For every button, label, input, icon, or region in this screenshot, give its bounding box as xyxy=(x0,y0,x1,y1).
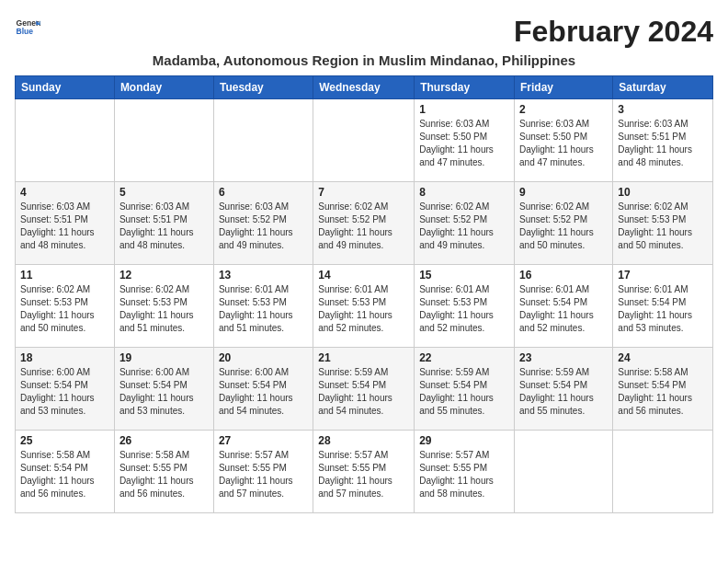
calendar-cell: 11Sunrise: 6:02 AM Sunset: 5:53 PM Dayli… xyxy=(16,265,115,348)
calendar-cell xyxy=(613,431,713,513)
day-number: 4 xyxy=(20,186,109,199)
day-number: 25 xyxy=(20,434,109,447)
calendar-cell xyxy=(313,99,415,182)
day-info: Sunrise: 6:00 AM Sunset: 5:54 PM Dayligh… xyxy=(119,366,209,418)
calendar-cell: 7Sunrise: 6:02 AM Sunset: 5:52 PM Daylig… xyxy=(313,182,415,265)
day-number: 6 xyxy=(219,186,308,199)
calendar-cell: 14Sunrise: 6:01 AM Sunset: 5:53 PM Dayli… xyxy=(313,265,415,348)
calendar-cell: 17Sunrise: 6:01 AM Sunset: 5:54 PM Dayli… xyxy=(613,265,713,348)
calendar-cell: 5Sunrise: 6:03 AM Sunset: 5:51 PM Daylig… xyxy=(114,182,213,265)
day-info: Sunrise: 6:03 AM Sunset: 5:50 PM Dayligh… xyxy=(519,118,608,169)
calendar-cell: 23Sunrise: 5:59 AM Sunset: 5:54 PM Dayli… xyxy=(515,348,613,431)
day-info: Sunrise: 6:00 AM Sunset: 5:54 PM Dayligh… xyxy=(219,366,308,418)
calendar-cell: 4Sunrise: 6:03 AM Sunset: 5:51 PM Daylig… xyxy=(16,182,115,265)
day-number: 11 xyxy=(20,269,109,282)
day-number: 8 xyxy=(419,186,509,199)
weekday-header-wednesday: Wednesday xyxy=(313,76,415,99)
day-info: Sunrise: 5:58 AM Sunset: 5:55 PM Dayligh… xyxy=(119,449,209,500)
calendar-cell xyxy=(213,99,313,182)
day-number: 12 xyxy=(119,269,209,282)
day-number: 27 xyxy=(219,434,308,447)
day-info: Sunrise: 5:57 AM Sunset: 5:55 PM Dayligh… xyxy=(219,449,308,500)
day-info: Sunrise: 6:03 AM Sunset: 5:50 PM Dayligh… xyxy=(419,118,509,169)
calendar-cell: 21Sunrise: 5:59 AM Sunset: 5:54 PM Dayli… xyxy=(313,348,415,431)
day-number: 24 xyxy=(618,351,708,364)
day-number: 26 xyxy=(119,434,209,447)
day-number: 28 xyxy=(318,434,409,447)
calendar-cell xyxy=(515,431,613,513)
calendar-cell: 24Sunrise: 5:58 AM Sunset: 5:54 PM Dayli… xyxy=(613,348,713,431)
calendar-cell: 13Sunrise: 6:01 AM Sunset: 5:53 PM Dayli… xyxy=(213,265,313,348)
day-info: Sunrise: 5:59 AM Sunset: 5:54 PM Dayligh… xyxy=(318,366,409,418)
calendar-cell: 28Sunrise: 5:57 AM Sunset: 5:55 PM Dayli… xyxy=(313,431,415,513)
day-info: Sunrise: 6:03 AM Sunset: 5:51 PM Dayligh… xyxy=(20,201,109,252)
calendar-cell: 19Sunrise: 6:00 AM Sunset: 5:54 PM Dayli… xyxy=(114,348,213,431)
day-info: Sunrise: 6:02 AM Sunset: 5:53 PM Dayligh… xyxy=(119,283,209,335)
day-number: 1 xyxy=(419,103,509,116)
day-info: Sunrise: 6:03 AM Sunset: 5:51 PM Dayligh… xyxy=(618,118,708,169)
day-number: 18 xyxy=(20,351,109,364)
calendar-cell: 8Sunrise: 6:02 AM Sunset: 5:52 PM Daylig… xyxy=(415,182,515,265)
day-number: 9 xyxy=(519,186,608,199)
day-info: Sunrise: 6:01 AM Sunset: 5:53 PM Dayligh… xyxy=(318,283,409,335)
day-number: 29 xyxy=(419,434,509,447)
day-number: 21 xyxy=(318,351,409,364)
calendar-cell: 1Sunrise: 6:03 AM Sunset: 5:50 PM Daylig… xyxy=(415,99,515,182)
day-number: 2 xyxy=(519,103,608,116)
day-number: 17 xyxy=(618,269,708,282)
calendar-cell: 26Sunrise: 5:58 AM Sunset: 5:55 PM Dayli… xyxy=(114,431,213,513)
day-info: Sunrise: 6:02 AM Sunset: 5:52 PM Dayligh… xyxy=(318,201,409,252)
calendar-cell: 16Sunrise: 6:01 AM Sunset: 5:54 PM Dayli… xyxy=(515,265,613,348)
day-info: Sunrise: 5:58 AM Sunset: 5:54 PM Dayligh… xyxy=(20,449,109,500)
day-info: Sunrise: 6:00 AM Sunset: 5:54 PM Dayligh… xyxy=(20,366,109,418)
weekday-header-saturday: Saturday xyxy=(613,76,713,99)
day-info: Sunrise: 5:57 AM Sunset: 5:55 PM Dayligh… xyxy=(419,449,509,500)
day-number: 20 xyxy=(219,351,308,364)
day-number: 14 xyxy=(318,269,409,282)
day-info: Sunrise: 5:57 AM Sunset: 5:55 PM Dayligh… xyxy=(318,449,409,500)
day-number: 22 xyxy=(419,351,509,364)
day-number: 5 xyxy=(119,186,209,199)
day-number: 19 xyxy=(119,351,209,364)
day-info: Sunrise: 5:59 AM Sunset: 5:54 PM Dayligh… xyxy=(419,366,509,418)
day-info: Sunrise: 6:03 AM Sunset: 5:52 PM Dayligh… xyxy=(219,201,308,252)
calendar-cell xyxy=(16,99,115,182)
weekday-header-tuesday: Tuesday xyxy=(213,76,313,99)
weekday-header-thursday: Thursday xyxy=(415,76,515,99)
day-info: Sunrise: 5:58 AM Sunset: 5:54 PM Dayligh… xyxy=(618,366,708,418)
day-number: 10 xyxy=(618,186,708,199)
day-number: 15 xyxy=(419,269,509,282)
day-number: 13 xyxy=(219,269,308,282)
day-info: Sunrise: 6:02 AM Sunset: 5:53 PM Dayligh… xyxy=(20,283,109,335)
month-title: February 2024 xyxy=(514,15,713,49)
day-number: 3 xyxy=(618,103,708,116)
calendar-cell: 20Sunrise: 6:00 AM Sunset: 5:54 PM Dayli… xyxy=(213,348,313,431)
calendar-cell: 22Sunrise: 5:59 AM Sunset: 5:54 PM Dayli… xyxy=(415,348,515,431)
calendar-cell: 15Sunrise: 6:01 AM Sunset: 5:53 PM Dayli… xyxy=(415,265,515,348)
calendar-cell: 18Sunrise: 6:00 AM Sunset: 5:54 PM Dayli… xyxy=(16,348,115,431)
day-info: Sunrise: 6:03 AM Sunset: 5:51 PM Dayligh… xyxy=(119,201,209,252)
calendar-table: SundayMondayTuesdayWednesdayThursdayFrid… xyxy=(15,75,713,513)
location-title: Madamba, Autonomous Region in Muslim Min… xyxy=(15,52,713,68)
calendar-cell: 6Sunrise: 6:03 AM Sunset: 5:52 PM Daylig… xyxy=(213,182,313,265)
logo-icon: General Blue xyxy=(15,15,40,40)
svg-text:Blue: Blue xyxy=(17,27,34,36)
day-info: Sunrise: 6:01 AM Sunset: 5:53 PM Dayligh… xyxy=(419,283,509,335)
calendar-cell: 9Sunrise: 6:02 AM Sunset: 5:52 PM Daylig… xyxy=(515,182,613,265)
weekday-header-friday: Friday xyxy=(515,76,613,99)
day-info: Sunrise: 5:59 AM Sunset: 5:54 PM Dayligh… xyxy=(519,366,608,418)
day-info: Sunrise: 6:02 AM Sunset: 5:53 PM Dayligh… xyxy=(618,201,708,252)
calendar-cell xyxy=(114,99,213,182)
day-info: Sunrise: 6:01 AM Sunset: 5:54 PM Dayligh… xyxy=(519,283,608,335)
day-number: 7 xyxy=(318,186,409,199)
calendar-cell: 25Sunrise: 5:58 AM Sunset: 5:54 PM Dayli… xyxy=(16,431,115,513)
calendar-cell: 12Sunrise: 6:02 AM Sunset: 5:53 PM Dayli… xyxy=(114,265,213,348)
calendar-cell: 29Sunrise: 5:57 AM Sunset: 5:55 PM Dayli… xyxy=(415,431,515,513)
logo: General Blue xyxy=(15,15,40,40)
day-info: Sunrise: 6:01 AM Sunset: 5:53 PM Dayligh… xyxy=(219,283,308,335)
calendar-cell: 3Sunrise: 6:03 AM Sunset: 5:51 PM Daylig… xyxy=(613,99,713,182)
day-info: Sunrise: 6:01 AM Sunset: 5:54 PM Dayligh… xyxy=(618,283,708,335)
calendar-cell: 10Sunrise: 6:02 AM Sunset: 5:53 PM Dayli… xyxy=(613,182,713,265)
weekday-header-sunday: Sunday xyxy=(16,76,115,99)
calendar-cell: 2Sunrise: 6:03 AM Sunset: 5:50 PM Daylig… xyxy=(515,99,613,182)
